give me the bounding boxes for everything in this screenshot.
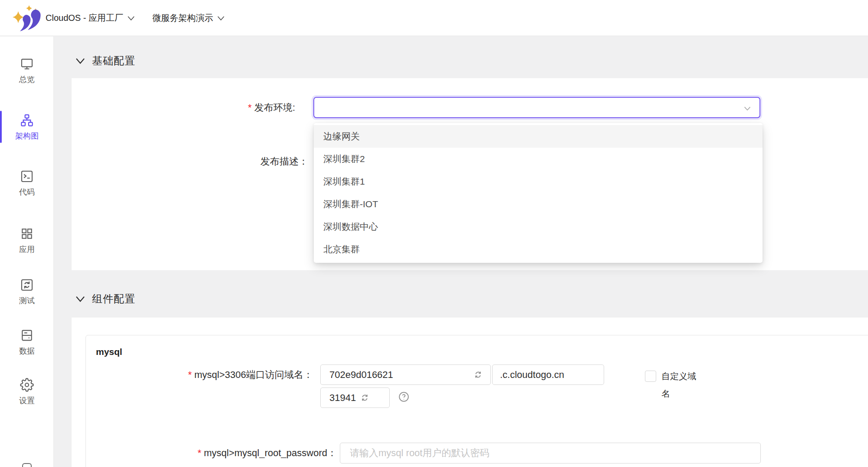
app-title[interactable]: 微服务架构演示 (152, 12, 213, 24)
server-icon (20, 328, 34, 342)
sidebar-item-label: 测试 (0, 295, 54, 306)
app-chevron-down-icon[interactable] (217, 16, 225, 21)
terminal-icon (20, 169, 34, 183)
password-input[interactable] (340, 443, 760, 463)
sidebar-item-settings[interactable]: 设置 (0, 378, 54, 406)
env-option[interactable]: 深圳集群1 (314, 170, 763, 193)
required-mark: * (188, 369, 192, 380)
env-options-dropdown: 边缘网关 深圳集群2 深圳集群1 深圳集群-IOT 深圳数据中心 北京集群 (314, 123, 763, 263)
env-option[interactable]: 边缘网关 (314, 125, 763, 148)
top-header: CloudOS - 应用工厂 微服务架构演示 (0, 0, 868, 36)
env-select[interactable] (313, 97, 760, 118)
component-title: mysql (96, 347, 122, 357)
domain-prefix-field (320, 364, 491, 385)
sidebar-item-label: 代码 (0, 187, 54, 197)
port-field[interactable]: 31941 (320, 388, 390, 408)
env-label: *发布环境: (72, 97, 295, 118)
custom-domain-checkbox[interactable] (645, 371, 656, 382)
port-value: 31941 (329, 392, 356, 404)
section-title: 基础配置 (92, 54, 135, 68)
env-option[interactable]: 深圳数据中心 (314, 215, 763, 238)
password-field (340, 443, 761, 464)
sidebar-item-label: 设置 (0, 395, 54, 406)
sidebar-item-label: 总览 (0, 74, 54, 85)
monitor-icon (20, 57, 34, 71)
gear-icon (20, 378, 34, 392)
sidebar-item-apps[interactable]: 应用 (0, 227, 54, 255)
component-config-panel: mysql *mysql>3306端口访问域名： 自定义域名 31941 (72, 318, 868, 467)
required-mark: * (248, 102, 252, 113)
apps-icon (20, 227, 34, 241)
brand-title[interactable]: CloudOS - 应用工厂 (46, 12, 123, 24)
refresh-icon[interactable] (473, 369, 483, 380)
mysql-component-card: mysql *mysql>3306端口访问域名： 自定义域名 31941 (85, 335, 868, 467)
select-chevron-down-icon (743, 104, 752, 113)
password-label: *mysql>mysql_root_password： (86, 443, 337, 464)
sidebar-item-label: 数据 (0, 346, 54, 356)
sidebar-item-test[interactable]: 测试 (0, 278, 54, 306)
collapse-chevron-icon (75, 57, 85, 65)
sidebar-item-partial-icon[interactable] (22, 463, 32, 467)
required-mark: * (197, 447, 201, 458)
sidebar-item-label: 应用 (0, 244, 54, 255)
help-question-icon[interactable] (398, 391, 410, 403)
sitemap-icon (20, 113, 34, 127)
sidebar-nav: 总览 架构图 代码 应用 (0, 36, 54, 467)
basic-config-panel: *发布环境: 发布描述： 边缘网关 深圳集群2 深圳集群1 深圳集群-IOT 深… (72, 78, 868, 270)
sidebar-item-label: 架构图 (0, 131, 54, 141)
collapse-chevron-icon (75, 295, 85, 303)
env-option[interactable]: 深圳集群2 (314, 148, 763, 170)
sidebar-item-code[interactable]: 代码 (0, 169, 54, 197)
env-option[interactable]: 北京集群 (314, 238, 763, 261)
custom-domain-label[interactable]: 自定义域名 (661, 368, 701, 402)
domain-suffix-field (492, 364, 604, 385)
sidebar-item-overview[interactable]: 总览 (0, 57, 54, 85)
cloudos-logo-icon (10, 4, 44, 31)
sync-icon (20, 278, 34, 292)
domain-suffix-input[interactable] (493, 365, 604, 384)
domain-label: *mysql>3306端口访问域名： (86, 364, 313, 385)
section-title: 组件配置 (92, 292, 135, 306)
refresh-icon[interactable] (359, 392, 370, 403)
sidebar-item-architecture[interactable]: 架构图 (0, 113, 54, 141)
desc-label: 发布描述： (72, 155, 308, 169)
sidebar-item-data[interactable]: 数据 (0, 328, 54, 356)
section-header-component[interactable]: 组件配置 (75, 290, 135, 308)
app-screen: CloudOS - 应用工厂 微服务架构演示 总览 架构图 (0, 0, 868, 467)
env-option[interactable]: 深圳集群-IOT (314, 193, 763, 215)
brand-chevron-down-icon[interactable] (127, 16, 135, 21)
domain-prefix-input[interactable] (321, 365, 490, 384)
section-header-basic[interactable]: 基础配置 (75, 52, 135, 70)
active-indicator (0, 111, 2, 143)
